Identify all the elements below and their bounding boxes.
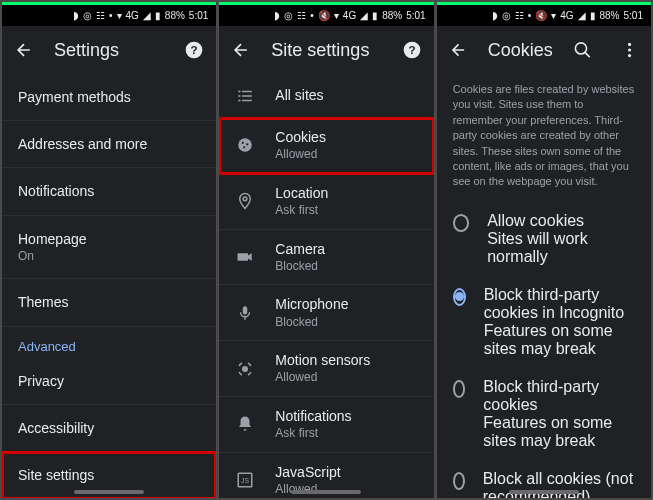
- dnd-icon: ◗: [73, 9, 79, 22]
- wifi-icon: ▾: [334, 10, 339, 21]
- radio-icon: [453, 288, 466, 306]
- svg-rect-5: [242, 90, 252, 92]
- svg-text:?: ?: [408, 43, 415, 56]
- status-bar: ◗ ◎ ☷ • 🔇 ▾ 4G ◢ ▮ 88% 5:01: [437, 2, 651, 26]
- mic-icon: [235, 304, 255, 322]
- help-icon[interactable]: ?: [184, 40, 204, 60]
- help-icon[interactable]: ?: [402, 40, 422, 60]
- row-addresses[interactable]: Addresses and more: [2, 121, 216, 168]
- wifi-icon: ▾: [551, 10, 556, 21]
- row-all-sites[interactable]: All sites: [219, 74, 433, 118]
- row-themes[interactable]: Themes: [2, 279, 216, 326]
- svg-rect-15: [238, 253, 249, 261]
- app-bar: Settings ?: [2, 26, 216, 74]
- option-block-third-party[interactable]: Block third-party cookiesFeatures on som…: [437, 368, 651, 460]
- svg-point-25: [628, 54, 631, 57]
- camera-icon: [235, 248, 255, 266]
- back-icon[interactable]: [14, 40, 34, 60]
- home-indicator[interactable]: [291, 490, 361, 494]
- home-indicator[interactable]: [74, 490, 144, 494]
- page-title: Settings: [54, 40, 164, 61]
- row-privacy[interactable]: Privacy: [2, 358, 216, 405]
- app-bar: Cookies: [437, 26, 651, 74]
- option-allow[interactable]: Allow cookiesSites will work normally: [437, 202, 651, 276]
- bell-icon: [235, 415, 255, 433]
- row-accessibility[interactable]: Accessibility: [2, 405, 216, 452]
- message-icon: ☷: [297, 10, 306, 21]
- screen-settings: ◗ ◎ ☷ • ▾ 4G ◢ ▮ 88% 5:01 Settings ? Pay…: [2, 2, 216, 498]
- wifi-icon: ▾: [117, 10, 122, 21]
- svg-text:?: ?: [191, 43, 198, 56]
- row-notifications[interactable]: Notifications: [2, 168, 216, 215]
- row-microphone[interactable]: MicrophoneBlocked: [219, 285, 433, 341]
- list-icon: [235, 87, 255, 105]
- dot-icon: •: [109, 10, 113, 21]
- row-payment-methods[interactable]: Payment methods: [2, 74, 216, 121]
- signal-icon: ◢: [578, 10, 586, 21]
- row-camera[interactable]: CameraBlocked: [219, 230, 433, 286]
- back-icon[interactable]: [449, 40, 468, 60]
- message-icon: ☷: [96, 10, 105, 21]
- clock: 5:01: [624, 10, 643, 21]
- back-icon[interactable]: [231, 40, 251, 60]
- lte-label: 4G: [560, 10, 573, 21]
- row-homepage[interactable]: HomepageOn: [2, 216, 216, 280]
- cookies-content: Cookies are files created by websites yo…: [437, 74, 651, 498]
- row-motion[interactable]: Motion sensorsAllowed: [219, 341, 433, 397]
- svg-point-17: [243, 366, 248, 371]
- cookie-icon: [235, 136, 255, 154]
- svg-point-13: [243, 147, 245, 149]
- more-icon[interactable]: [620, 40, 639, 60]
- svg-rect-8: [239, 99, 241, 101]
- option-block-incognito[interactable]: Block third-party cookies in IncognitoFe…: [437, 276, 651, 368]
- timer-icon: ◎: [83, 10, 92, 21]
- battery-icon: ▮: [372, 10, 378, 21]
- svg-point-23: [628, 43, 631, 46]
- battery-pct: 88%: [382, 10, 402, 21]
- battery-pct: 88%: [165, 10, 185, 21]
- row-location[interactable]: LocationAsk first: [219, 174, 433, 230]
- clock: 5:01: [406, 10, 425, 21]
- signal-icon: ◢: [360, 10, 368, 21]
- svg-text:JS: JS: [241, 477, 249, 484]
- battery-icon: ▮: [155, 10, 161, 21]
- svg-point-14: [243, 197, 247, 201]
- timer-icon: ◎: [284, 10, 293, 21]
- svg-point-11: [242, 142, 244, 144]
- svg-rect-9: [242, 99, 252, 101]
- row-notifications[interactable]: NotificationsAsk first: [219, 397, 433, 453]
- app-bar: Site settings ?: [219, 26, 433, 74]
- description: Cookies are files created by websites yo…: [437, 74, 651, 202]
- svg-rect-7: [242, 95, 252, 97]
- dot-icon: •: [310, 10, 314, 21]
- status-bar: ◗ ◎ ☷ • ▾ 4G ◢ ▮ 88% 5:01: [2, 2, 216, 26]
- timer-icon: ◎: [502, 10, 511, 21]
- svg-rect-16: [243, 306, 248, 314]
- svg-point-22: [575, 43, 586, 54]
- advanced-header: Advanced: [2, 327, 216, 358]
- clock: 5:01: [189, 10, 208, 21]
- page-title: Site settings: [271, 40, 381, 61]
- message-icon: ☷: [515, 10, 524, 21]
- svg-rect-6: [239, 95, 241, 97]
- settings-list: Payment methods Addresses and more Notif…: [2, 74, 216, 498]
- page-title: Cookies: [488, 40, 553, 61]
- radio-icon: [453, 380, 466, 398]
- radio-icon: [453, 472, 465, 490]
- mute-icon: 🔇: [535, 10, 547, 21]
- lte-label: 4G: [343, 10, 356, 21]
- signal-icon: ◢: [143, 10, 151, 21]
- screen-cookies: ◗ ◎ ☷ • 🔇 ▾ 4G ◢ ▮ 88% 5:01 Cookies Cook…: [437, 2, 651, 498]
- svg-rect-4: [239, 90, 241, 92]
- dnd-icon: ◗: [274, 9, 280, 22]
- dot-icon: •: [528, 10, 532, 21]
- row-cookies[interactable]: CookiesAllowed: [219, 118, 433, 174]
- search-icon[interactable]: [573, 40, 592, 60]
- svg-point-24: [628, 48, 631, 51]
- radio-icon: [453, 214, 470, 232]
- battery-pct: 88%: [600, 10, 620, 21]
- svg-point-10: [239, 139, 253, 153]
- motion-icon: [235, 360, 255, 378]
- home-indicator[interactable]: [509, 490, 579, 494]
- svg-point-12: [246, 144, 248, 146]
